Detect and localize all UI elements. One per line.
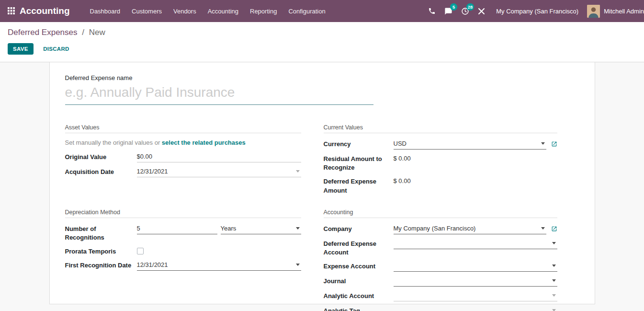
deferred-expense-amount-label: Deferred Expense Amount: [324, 176, 394, 195]
residual-amount-value: $ 0.00: [394, 154, 411, 162]
form-columns: Asset Values Set manually the original v…: [65, 124, 595, 311]
chevron-down-icon: [552, 309, 556, 311]
asset-values-title: Asset Values: [65, 124, 301, 133]
name-block: Deferred Expense name: [65, 74, 595, 105]
original-value-label: Original Value: [65, 152, 137, 162]
user-menu[interactable]: Mitchell Admin: [604, 8, 644, 15]
section-accounting: Accounting Company My Company (San Franc…: [324, 209, 557, 311]
deferred-expense-amount-value: $ 0.00: [394, 176, 411, 184]
avatar[interactable]: [587, 5, 600, 18]
field-row-original-value: Original Value: [65, 152, 301, 162]
field-row-journal: Journal: [324, 276, 557, 287]
section-depreciation-method: Depreciation Method Number of Recognitio…: [65, 209, 301, 311]
control-panel: Deferred Expenses / New SAVE DISCARD: [0, 22, 644, 62]
breadcrumb-current: New: [89, 28, 105, 37]
expense-account-label: Expense Account: [324, 261, 394, 272]
company-select[interactable]: My Company (San Francisco): [394, 224, 546, 234]
external-link-icon[interactable]: [551, 139, 557, 149]
company-switcher[interactable]: My Company (San Francisco): [496, 8, 578, 15]
field-row-residual-amount: Residual Amount to Recognize $ 0.00: [324, 154, 557, 172]
menu-customers[interactable]: Customers: [126, 5, 168, 18]
breadcrumb: Deferred Expenses / New: [8, 28, 636, 37]
messages-badge: 5: [450, 3, 457, 11]
first-recognition-date-label: First Recognition Date: [65, 260, 137, 271]
residual-amount-label: Residual Amount to Recognize: [324, 154, 394, 172]
discard-button[interactable]: DISCARD: [43, 46, 69, 52]
current-values-title: Current Values: [324, 124, 557, 133]
accounting-title: Accounting: [324, 209, 557, 218]
analytic-account-label: Analytic Account: [324, 291, 394, 301]
journal-select[interactable]: [394, 276, 557, 287]
field-row-currency: Currency USD: [324, 139, 557, 150]
currency-select[interactable]: USD: [394, 139, 546, 150]
expense-account-select[interactable]: [394, 261, 557, 272]
external-link-icon[interactable]: [551, 224, 557, 234]
acquisition-date-select[interactable]: 12/31/2021: [137, 167, 301, 177]
field-row-deferred-expense-amount: Deferred Expense Amount $ 0.00: [324, 176, 557, 195]
acquisition-date-label: Acquisition Date: [65, 167, 137, 177]
activities-clock-icon[interactable]: 28: [457, 5, 474, 17]
chevron-down-icon: [296, 264, 300, 266]
analytic-account-select[interactable]: [394, 291, 557, 301]
menu-vendors[interactable]: Vendors: [168, 5, 202, 18]
chevron-down-icon: [296, 170, 300, 173]
chevron-down-icon: [552, 294, 556, 297]
chevron-down-icon: [296, 227, 300, 230]
menu-accounting[interactable]: Accounting: [202, 5, 244, 18]
hint-text: Set manually the original values or: [65, 139, 160, 146]
chevron-down-icon: [541, 227, 545, 230]
menu-reporting[interactable]: Reporting: [244, 5, 282, 18]
company-value: My Company (San Francisco): [394, 225, 538, 232]
field-row-deferred-expense-account: Deferred Expense Account: [324, 239, 557, 257]
company-label: Company: [324, 224, 394, 234]
section-asset-values: Asset Values Set manually the original v…: [65, 124, 301, 199]
chevron-down-icon: [552, 265, 556, 267]
form-sheet: Deferred Expense name Asset Values Set m…: [49, 62, 595, 304]
deferred-expense-account-select[interactable]: [394, 239, 557, 249]
apps-menu-button[interactable]: [4, 4, 20, 18]
apps-grid-icon: [8, 9, 15, 16]
depreciation-method-title: Depreciation Method: [65, 209, 301, 218]
number-of-recognitions-input[interactable]: [137, 224, 217, 234]
field-row-analytic-account: Analytic Account: [324, 291, 557, 301]
menu-configuration[interactable]: Configuration: [282, 5, 331, 18]
acquisition-date-value: 12/31/2021: [137, 168, 293, 175]
main-menu: Dashboard Customers Vendors Accounting R…: [84, 5, 331, 18]
recognition-period-value: Years: [221, 225, 293, 232]
phone-icon[interactable]: [424, 5, 440, 17]
number-of-recognitions-label: Number of Recognitions: [65, 224, 137, 242]
currency-value: USD: [394, 140, 538, 147]
field-row-analytic-tag: Analytic Tag: [324, 306, 557, 311]
field-row-first-recognition-date: First Recognition Date 12/31/2021: [65, 260, 301, 271]
deferred-expense-account-label: Deferred Expense Account: [324, 239, 394, 257]
field-row-acquisition-date: Acquisition Date 12/31/2021: [65, 167, 301, 177]
menu-dashboard[interactable]: Dashboard: [84, 5, 126, 18]
select-related-purchases-link[interactable]: select the related purchases: [162, 139, 246, 146]
deferred-expense-name-input[interactable]: [65, 82, 373, 105]
field-row-company: Company My Company (San Francisco): [324, 224, 557, 234]
chevron-down-icon: [552, 279, 556, 282]
journal-label: Journal: [324, 276, 394, 287]
deferred-expense-name-label: Deferred Expense name: [65, 74, 595, 81]
control-panel-buttons: SAVE DISCARD: [8, 43, 636, 55]
prorata-temporis-checkbox[interactable]: [137, 248, 144, 254]
first-recognition-date-value: 12/31/2021: [137, 261, 293, 268]
save-button[interactable]: SAVE: [8, 43, 34, 55]
original-value-input[interactable]: [137, 152, 301, 162]
analytic-tag-select[interactable]: [394, 306, 557, 311]
systray: 5 28 My Company (San Francisco) Mitchell…: [424, 5, 644, 18]
tools-icon[interactable]: [474, 6, 489, 17]
field-row-expense-account: Expense Account: [324, 261, 557, 272]
prorata-temporis-label: Prorata Temporis: [65, 246, 137, 256]
messages-icon[interactable]: 5: [440, 5, 457, 17]
recognition-period-select[interactable]: Years: [221, 224, 301, 234]
breadcrumb-deferred-expenses[interactable]: Deferred Expenses: [8, 28, 78, 37]
analytic-tag-label: Analytic Tag: [324, 306, 394, 311]
field-row-prorata-temporis: Prorata Temporis: [65, 246, 301, 256]
app-name[interactable]: Accounting: [20, 6, 70, 16]
top-navbar: Accounting Dashboard Customers Vendors A…: [0, 0, 644, 22]
currency-label: Currency: [324, 139, 394, 150]
activities-badge: 28: [466, 3, 475, 11]
field-row-number-of-recognitions: Number of Recognitions Years: [65, 224, 301, 242]
first-recognition-date-select[interactable]: 12/31/2021: [137, 260, 301, 271]
